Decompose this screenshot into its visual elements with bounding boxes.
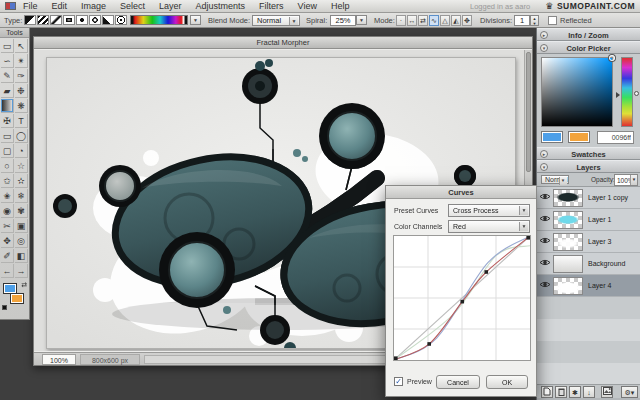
- tool-crop[interactable]: ✂: [1, 219, 14, 233]
- tool-fill-bucket[interactable]: ◧: [15, 249, 28, 263]
- tool-blur[interactable]: ◉: [1, 204, 14, 218]
- hue-slider-handle-left[interactable]: [616, 92, 620, 98]
- mode-wave-button[interactable]: ∿: [429, 15, 439, 26]
- mode-move-cross-button[interactable]: ✥: [462, 15, 472, 26]
- background-color-swatch[interactable]: [568, 131, 590, 143]
- tool-star5-shape[interactable]: ✫: [15, 174, 28, 188]
- mode-dot-button[interactable]: ·: [396, 15, 406, 26]
- tool-clone-stamp[interactable]: ✠: [1, 114, 14, 128]
- tool-smudge[interactable]: ✾: [15, 204, 28, 218]
- gradient-type-square-button[interactable]: [63, 15, 75, 25]
- default-colors-icon[interactable]: [2, 305, 7, 310]
- saturation-value-square[interactable]: [541, 57, 613, 127]
- layer-opacity-select[interactable]: 100%▼: [614, 174, 638, 186]
- mode-triangle-solid-button[interactable]: ◭: [451, 15, 461, 26]
- layer-thumbnail[interactable]: [553, 189, 583, 207]
- curves-plot[interactable]: [393, 235, 531, 361]
- foreground-color-swatch[interactable]: [541, 131, 563, 143]
- tool-brush[interactable]: ✑: [15, 69, 28, 83]
- layer-visibility-eye-icon[interactable]: [537, 192, 553, 203]
- color-cursor[interactable]: [609, 55, 615, 61]
- canvas-window-title[interactable]: Fractal Morpher: [34, 37, 532, 49]
- mode-arrows-horizontal-button[interactable]: ↔: [407, 15, 417, 26]
- hue-slider-handle-right[interactable]: [634, 91, 639, 96]
- layer-thumbnail[interactable]: [553, 211, 583, 229]
- preview-checkbox[interactable]: ✓: [394, 377, 403, 386]
- tool-symmetry[interactable]: ❄: [15, 189, 28, 203]
- menu-view[interactable]: View: [298, 1, 317, 11]
- layer-row-selected[interactable]: Layer 4: [537, 275, 640, 297]
- mode-arrows-dashed-button[interactable]: ⇄: [418, 15, 428, 26]
- tool-lasso[interactable]: ∽: [1, 54, 14, 68]
- gradient-type-corner-button[interactable]: [102, 15, 114, 25]
- layer-row[interactable]: Layer 1 copy: [537, 187, 640, 209]
- layer-row[interactable]: Layer 3: [537, 231, 640, 253]
- layer-row[interactable]: Layer 1: [537, 209, 640, 231]
- gradient-dropdown-button[interactable]: ▼: [190, 15, 201, 25]
- menu-filters[interactable]: Filters: [259, 1, 284, 11]
- tool-eraser[interactable]: ▰: [1, 84, 14, 98]
- tool-polygon-shape[interactable]: ○: [1, 159, 14, 173]
- divisions-stepper[interactable]: ▲▼: [530, 15, 539, 26]
- spiral-value[interactable]: 25%: [330, 15, 356, 26]
- tool-hand[interactable]: ✥: [1, 234, 14, 248]
- zoom-level[interactable]: 100%: [42, 354, 76, 365]
- hex-color-input[interactable]: [597, 131, 634, 144]
- divisions-value[interactable]: 1: [514, 15, 530, 26]
- new-layer-button[interactable]: [541, 386, 553, 398]
- menu-edit[interactable]: Edit: [52, 1, 68, 11]
- layer-thumbnail[interactable]: [553, 233, 583, 251]
- tool-star4-shape[interactable]: ✩: [1, 174, 14, 188]
- swatches-panel-header[interactable]: ▸Swatches: [537, 147, 640, 160]
- spiral-dropdown-button[interactable]: ▼: [356, 15, 367, 25]
- collapse-arrow-icon[interactable]: ▸: [540, 31, 548, 39]
- layer-thumbnail[interactable]: [553, 277, 583, 295]
- tool-star-shape[interactable]: ☆: [15, 159, 28, 173]
- tool-rounded-rect-shape[interactable]: ▢: [1, 144, 14, 158]
- layer-down-button[interactable]: ↓: [583, 386, 595, 398]
- preset-curves-select[interactable]: Cross Process▼: [448, 204, 530, 217]
- swap-colors-icon[interactable]: ⇄: [21, 281, 27, 289]
- tool-frame[interactable]: ▣: [15, 219, 28, 233]
- layer-visibility-eye-icon[interactable]: [537, 236, 553, 247]
- menu-select[interactable]: Select: [120, 1, 145, 11]
- layer-options-gear-button[interactable]: ⚙▾: [621, 386, 638, 398]
- blend-mode-select[interactable]: Normal▼: [252, 15, 300, 26]
- tool-text[interactable]: T: [15, 114, 28, 128]
- menu-image[interactable]: Image: [81, 1, 106, 11]
- gradient-type-linear-button[interactable]: [24, 15, 36, 25]
- tool-eyedropper[interactable]: ✐: [1, 249, 14, 263]
- tool-move[interactable]: ↖: [15, 39, 28, 53]
- tool-star6-shape[interactable]: ✬: [1, 189, 14, 203]
- tool-undo[interactable]: ←: [1, 264, 14, 278]
- mode-triangle-outline-button[interactable]: △: [440, 15, 450, 26]
- hue-slider[interactable]: [621, 57, 633, 127]
- layer-visibility-eye-icon[interactable]: [537, 280, 553, 291]
- menu-help[interactable]: Help: [331, 1, 350, 11]
- tool-rectangle-shape[interactable]: ▭: [1, 129, 14, 143]
- gradient-type-spiral-button[interactable]: [115, 15, 127, 25]
- collapse-arrow-icon[interactable]: ▾: [540, 44, 548, 52]
- color-picker-panel-header[interactable]: ▾Color Picker: [537, 41, 640, 54]
- tool-redo[interactable]: →: [15, 264, 28, 278]
- ok-button[interactable]: OK: [486, 375, 528, 389]
- scrollbar-thumb[interactable]: [526, 52, 531, 172]
- gradient-type-striped-button[interactable]: [37, 15, 49, 25]
- layer-visibility-eye-icon[interactable]: [537, 214, 553, 225]
- gradient-type-line-button[interactable]: [50, 15, 62, 25]
- layer-thumbnail[interactable]: [553, 255, 583, 273]
- tool-magic-wand[interactable]: ✴: [15, 54, 28, 68]
- gradient-type-radial-button[interactable]: [76, 15, 88, 25]
- menu-adjustments[interactable]: Adjustments: [196, 1, 246, 11]
- tool-spray[interactable]: ❋: [15, 99, 28, 113]
- tool-zoom[interactable]: ◎: [15, 234, 28, 248]
- cancel-button[interactable]: Cancel: [436, 375, 480, 389]
- info-zoom-panel-header[interactable]: ▸Info / Zoom: [537, 28, 640, 41]
- layer-blend-mode-select[interactable]: Normal▼: [541, 175, 569, 184]
- gradient-preview[interactable]: [130, 15, 188, 25]
- layer-row[interactable]: Background: [537, 253, 640, 275]
- tool-pie-shape[interactable]: ◔: [15, 144, 28, 158]
- tool-gradient[interactable]: [1, 99, 14, 113]
- menu-file[interactable]: File: [23, 1, 38, 11]
- tool-ellipse-shape[interactable]: ◯: [15, 129, 28, 143]
